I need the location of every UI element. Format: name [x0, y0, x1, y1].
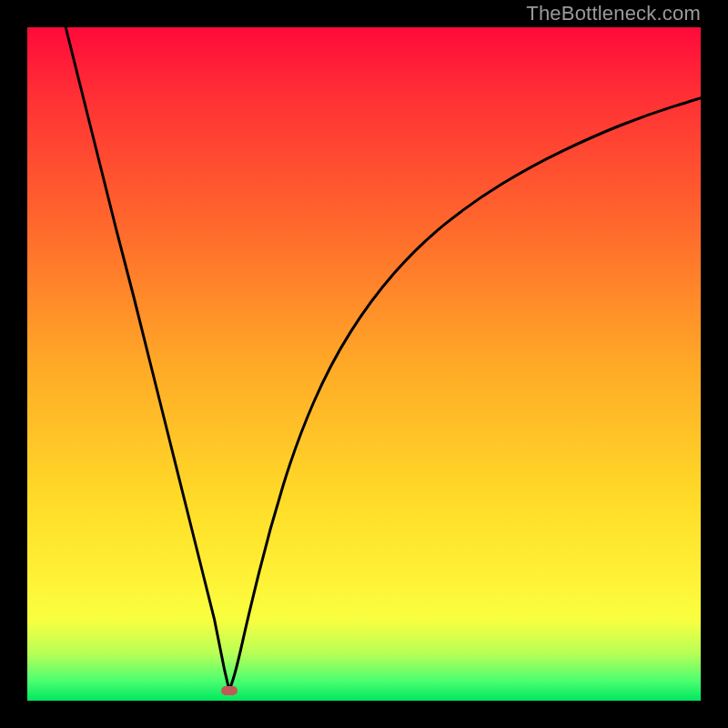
watermark-text: TheBottleneck.com [526, 2, 701, 25]
chart-frame: TheBottleneck.com [0, 0, 728, 728]
minimum-marker [221, 686, 238, 695]
bottleneck-curve [27, 27, 701, 701]
plot-area [27, 27, 701, 701]
curve-path [66, 27, 701, 691]
